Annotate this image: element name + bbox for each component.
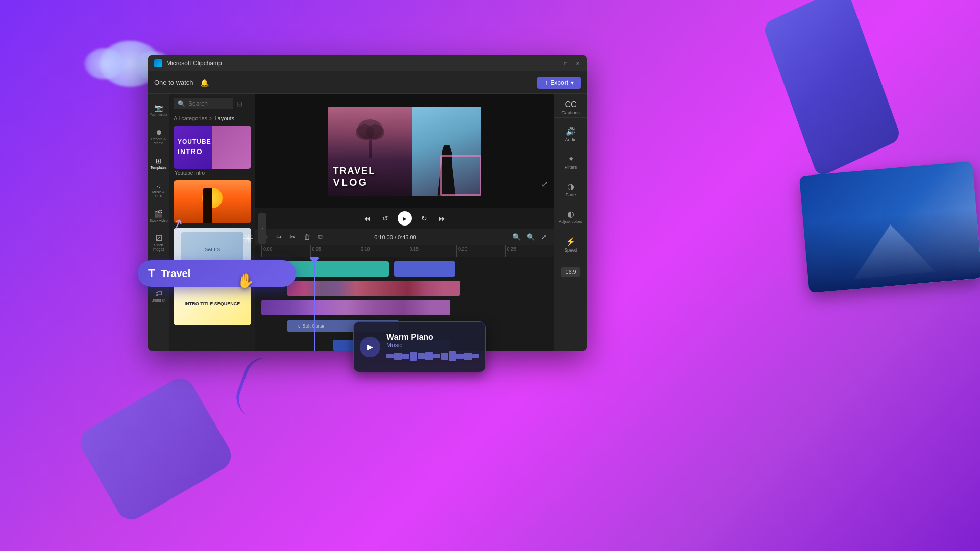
breadcrumb-all-categories: All categories — [174, 115, 207, 121]
notification-button[interactable]: 🔔 — [198, 76, 212, 90]
breadcrumb-separator: > — [209, 115, 212, 121]
blue-shape-decoration — [762, 0, 901, 178]
sidebar-item-brand-kit[interactable]: 🏷 Brand kit — [149, 284, 168, 308]
title-bar: Microsoft Clipchamp — □ ✕ — [148, 55, 587, 71]
sidebar-item-templates[interactable]: ⊞ Templates — [149, 151, 168, 176]
ruler-0: 0:00 — [261, 245, 310, 257]
templates-icon: ⊞ — [156, 157, 162, 165]
video-text-overlay: TRAVEL VLOG — [333, 166, 407, 188]
ruler-20: 0:20 — [456, 245, 505, 257]
sidebar-item-stock-images[interactable]: 🖼 Stock images — [149, 231, 168, 255]
video-clip-2[interactable] — [261, 300, 450, 315]
fullscreen-button[interactable]: ⤢ — [541, 179, 548, 189]
filters-icon: ✦ — [568, 154, 574, 164]
title-clip-blue[interactable] — [394, 261, 455, 277]
sidebar-item-music[interactable]: ♫ Music & SFX — [149, 178, 168, 202]
intro-template-text: INTRO TITLE SEQUENCE — [185, 300, 240, 307]
title-bar-left: Microsoft Clipchamp — [154, 59, 222, 67]
ratio-badge: 16:9 — [561, 267, 580, 277]
template-youtube-intro[interactable]: YOUTUBE INTRO Youtube Intro — [174, 126, 251, 176]
music-subtitle: Music — [386, 342, 479, 349]
waveform-display — [386, 351, 479, 361]
youtube-template-text: YOUTUBE INTRO — [178, 138, 211, 157]
redo-button[interactable]: ↪ — [274, 232, 284, 242]
music-play-icon: ▶ — [368, 343, 373, 351]
zoom-in-button[interactable]: 🔍 — [525, 232, 537, 242]
panel-search-area: 🔍 ⊟ — [169, 94, 255, 113]
video-track-1 — [261, 279, 554, 297]
squiggle-decoration — [231, 352, 290, 423]
svg-rect-3 — [369, 140, 372, 158]
duplicate-button[interactable]: ⧉ — [316, 232, 325, 242]
minimize-button[interactable]: — — [550, 60, 556, 66]
youtube-template-preview: YOUTUBE INTRO — [174, 126, 251, 169]
left-sidebar: 📷 Your media ⏺ Record & create ⊞ Templat… — [148, 94, 169, 351]
wave-bar-6 — [425, 352, 432, 360]
wave-bar-2 — [394, 353, 401, 360]
cc-icon: CC — [565, 100, 576, 109]
video-preview: TRAVEL VLOG ⤢ — [255, 94, 554, 208]
panel-scroll-indicator[interactable]: ‹ — [258, 213, 266, 244]
star-decoration: ✳ — [243, 232, 253, 246]
filter-button[interactable]: ⊟ — [236, 99, 242, 108]
export-button[interactable]: ↑ Export ▾ — [537, 77, 581, 89]
app-window: Microsoft Clipchamp — □ ✕ One to watch 🔔… — [148, 55, 587, 351]
adjust-colors-label: Adjust colors — [559, 220, 582, 224]
audio-tool[interactable]: 🔊 Audio — [556, 121, 585, 147]
forward-button[interactable]: ↻ — [418, 212, 430, 224]
tree-silhouette — [355, 117, 385, 158]
travel-text: TRAVEL — [333, 166, 407, 177]
video-clip-1[interactable] — [287, 281, 460, 296]
templates-grid: YOUTUBE INTRO Youtube Intro — [169, 123, 255, 351]
filters-tool[interactable]: ✦ Filters — [556, 148, 585, 175]
svg-point-2 — [366, 124, 384, 140]
skip-back-button[interactable]: ⏮ — [361, 212, 373, 224]
breadcrumb-layouts: Layouts — [214, 115, 234, 121]
video-track-2 — [261, 298, 554, 317]
maximize-button[interactable]: □ — [562, 60, 569, 66]
wave-bar-10 — [456, 354, 463, 359]
skip-forward-button[interactable]: ⏭ — [436, 212, 449, 224]
wave-bar-3 — [402, 354, 409, 359]
rewind-button[interactable]: ↺ — [379, 212, 391, 224]
fit-button[interactable]: ⤢ — [539, 232, 549, 242]
template-breadcrumb: All categories > Layouts — [169, 113, 255, 123]
title-clip[interactable] — [287, 261, 389, 277]
audio-label: Audio — [565, 137, 576, 142]
record-icon: ⏺ — [155, 128, 162, 136]
fade-tool[interactable]: ◑ Fade — [556, 176, 585, 203]
ruler-25: 0:25 — [505, 245, 554, 257]
cut-button[interactable]: ✂ — [288, 232, 298, 242]
template-label-youtube: Youtube Intro — [174, 170, 251, 176]
delete-button[interactable]: 🗑 — [302, 232, 312, 242]
sidebar-label-templates: Templates — [151, 166, 167, 170]
ruler-10: 0:10 — [359, 245, 408, 257]
captions-label: Captions — [561, 110, 580, 115]
top-toolbar: One to watch 🔔 ↑ Export ▾ — [148, 71, 587, 94]
music-info: Warm Piano Music — [386, 333, 479, 361]
app-title: Microsoft Clipchamp — [166, 60, 222, 67]
sidebar-item-stock-video[interactable]: 🎬 Stock video — [149, 204, 168, 229]
wave-bar-4 — [410, 352, 417, 361]
toolbar-right: ↑ Export ▾ — [537, 77, 581, 89]
music-play-button[interactable]: ▶ — [360, 337, 380, 357]
title-track — [261, 260, 554, 278]
mountain-card-decoration — [799, 161, 980, 293]
speed-tool[interactable]: ⚡ Speed — [556, 231, 585, 258]
search-input[interactable] — [188, 100, 229, 107]
sidebar-item-your-media[interactable]: 📷 Your media — [149, 98, 168, 122]
speed-icon: ⚡ — [566, 237, 576, 246]
wave-bar-9 — [449, 351, 456, 361]
play-button[interactable]: ▶ — [398, 211, 412, 226]
zoom-out-button[interactable]: 🔍 — [510, 232, 523, 242]
sidebar-item-record[interactable]: ⏺ Record & create — [149, 124, 168, 149]
brand-kit-icon: 🏷 — [155, 289, 162, 297]
close-button[interactable]: ✕ — [575, 60, 581, 66]
current-time: 0:10.00 — [374, 234, 393, 240]
video-canvas: TRAVEL VLOG — [328, 107, 481, 196]
playhead[interactable] — [314, 257, 315, 351]
video-left-panel: TRAVEL VLOG — [328, 107, 412, 196]
ratio-tool[interactable]: 16:9 — [556, 259, 585, 285]
window-controls: — □ ✕ — [550, 60, 581, 66]
adjust-colors-tool[interactable]: ◐ Adjust colors — [556, 204, 585, 230]
